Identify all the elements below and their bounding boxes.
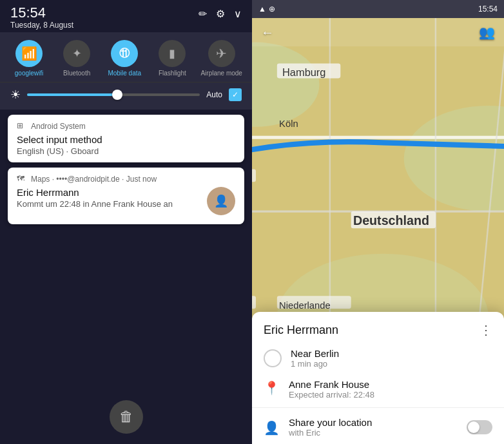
mobiledata-icon: ⑪ xyxy=(119,47,130,61)
brightness-fill xyxy=(27,93,117,96)
toggle-airplanemode[interactable]: ✈ Airplane mode xyxy=(200,40,242,77)
right-status-left: ▲ ⊕ xyxy=(258,5,275,14)
right-status-time: 15:54 xyxy=(478,5,498,14)
quick-toggles: 📶 googlewifi ✦ Bluetooth ⑪ Mobile data ▮… xyxy=(0,32,252,82)
brightness-slider[interactable] xyxy=(27,93,200,96)
avatar: 👤 xyxy=(207,187,235,215)
near-berlin-title: Near Berlin xyxy=(291,348,339,359)
svg-text:Luxemburg: Luxemburg xyxy=(252,300,253,311)
toggle-flashlight[interactable]: ▮ Flashlight xyxy=(153,40,191,77)
share-location-left: 👤 Share your location with Eric xyxy=(264,417,372,438)
notifications-area: ⊞ Android System Select input method Eng… xyxy=(0,110,252,390)
share-location-toggle[interactable] xyxy=(467,420,492,434)
share-location-sub: with Eric xyxy=(289,428,372,438)
anne-frank-row: 📍 Anne Frank House Expected arrival: 22:… xyxy=(252,374,504,405)
right-panel: ▲ ⊕ 15:54 ← 👥 xyxy=(252,0,504,444)
share-location-title: Share your location xyxy=(289,417,372,428)
share-location-row: 👤 Share your location with Eric xyxy=(252,410,504,444)
wifi-icon: 📶 xyxy=(21,46,37,61)
near-berlin-content: Near Berlin 1 min ago xyxy=(291,348,339,369)
svg-text:Köln: Köln xyxy=(279,119,298,129)
notif2-meta: Maps · ••••@androidpit.de · Just now xyxy=(31,175,235,184)
bluetooth-label: Bluetooth xyxy=(63,70,90,77)
wifi-label: googlewifi xyxy=(15,70,43,77)
notif1-title: Select input method xyxy=(17,134,235,145)
notif2-title: Eric Herrmann xyxy=(17,187,173,198)
brightness-thumb xyxy=(112,90,122,100)
status-bar-left: 15:54 Tuesday, 8 August ✏ ⚙ ∨ xyxy=(0,0,252,32)
edit-icon[interactable]: ✏ xyxy=(199,8,207,20)
svg-text:Hamburg: Hamburg xyxy=(282,66,325,78)
near-berlin-sub: 1 min ago xyxy=(291,359,339,369)
bluetooth-icon-wrap: ✦ xyxy=(63,40,90,67)
maps-icon: 🗺 xyxy=(17,174,27,184)
status-time: 15:54 xyxy=(10,5,73,21)
brightness-row: ☀ Auto ✓ xyxy=(0,82,252,110)
mobiledata-label: Mobile data xyxy=(108,70,141,77)
contact-name: Eric Herrmann xyxy=(264,323,338,337)
near-berlin-row: Near Berlin 1 min ago xyxy=(252,343,504,374)
bottom-card: Eric Herrmann ⋮ Near Berlin 1 min ago 📍 … xyxy=(252,312,504,444)
notif2-header: 🗺 Maps · ••••@androidpit.de · Just now xyxy=(17,174,235,184)
android-system-icon: ⊞ xyxy=(17,121,27,131)
status-icons: ✏ ⚙ ∨ xyxy=(199,8,242,20)
flashlight-label: Flashlight xyxy=(159,70,186,77)
svg-text:Niederlande: Niederlande xyxy=(279,300,331,311)
share-person-icon: 👤 xyxy=(264,420,280,436)
wifi-status-icon: ⊕ xyxy=(269,5,275,14)
location-circle-icon xyxy=(264,349,282,367)
trash-area: 🗑 xyxy=(0,390,252,444)
notif1-body: English (US) · Gboard xyxy=(17,146,235,156)
clear-notifications-button[interactable]: 🗑 xyxy=(110,400,143,434)
card-header: Eric Herrmann ⋮ xyxy=(252,312,504,343)
map-back-button[interactable]: ← xyxy=(261,25,274,40)
map-top-bar: ← 👥 xyxy=(252,18,504,46)
flashlight-icon: ▮ xyxy=(169,46,175,61)
flashlight-icon-wrap: ▮ xyxy=(159,40,186,67)
anne-frank-content: Anne Frank House Expected arrival: 22:48 xyxy=(289,379,374,400)
mobiledata-icon-wrap: ⑪ xyxy=(111,40,138,67)
svg-text:Deutschland: Deutschland xyxy=(353,213,429,227)
trash-icon: 🗑 xyxy=(119,409,133,425)
notif1-app-name: Android System xyxy=(31,122,235,131)
toggle-knob xyxy=(468,421,480,433)
notification-maps[interactable]: 🗺 Maps · ••••@androidpit.de · Just now E… xyxy=(8,168,244,224)
toggle-bluetooth[interactable]: ✦ Bluetooth xyxy=(57,40,96,77)
airplane-icon-wrap: ✈ xyxy=(208,40,235,67)
status-bar-right: ▲ ⊕ 15:54 xyxy=(252,0,504,18)
status-date: Tuesday, 8 August xyxy=(10,21,73,30)
brightness-icon: ☀ xyxy=(10,88,21,102)
anne-frank-sub: Expected arrival: 22:48 xyxy=(289,390,374,400)
auto-label: Auto xyxy=(206,90,222,99)
svg-rect-12 xyxy=(252,169,256,182)
auto-checkbox[interactable]: ✓ xyxy=(229,88,242,101)
notif1-header: ⊞ Android System xyxy=(17,121,235,131)
notif2-body: Kommt um 22:48 in Anne Frank House an xyxy=(17,199,173,209)
anne-frank-title: Anne Frank House xyxy=(289,379,374,390)
airplane-icon: ✈ xyxy=(216,46,227,61)
notification-android-system[interactable]: ⊞ Android System Select input method Eng… xyxy=(8,115,244,162)
bluetooth-icon: ✦ xyxy=(72,46,82,61)
airplanemode-label: Airplane mode xyxy=(200,70,242,77)
toggle-mobiledata[interactable]: ⑪ Mobile data xyxy=(105,40,144,77)
left-panel: 15:54 Tuesday, 8 August ✏ ⚙ ∨ 📶 googlewi… xyxy=(0,0,252,444)
card-divider xyxy=(252,407,504,408)
destination-pin-icon: 📍 xyxy=(264,380,280,396)
wifi-icon-wrap: 📶 xyxy=(15,40,43,67)
map-share-button[interactable]: 👥 xyxy=(479,24,495,40)
settings-icon[interactable]: ⚙ xyxy=(216,8,225,20)
signal-icon: ▲ xyxy=(258,5,266,14)
card-menu-button[interactable]: ⋮ xyxy=(480,322,492,338)
toggle-googlewifi[interactable]: 📶 googlewifi xyxy=(10,40,48,77)
chevron-down-icon[interactable]: ∨ xyxy=(234,8,242,20)
